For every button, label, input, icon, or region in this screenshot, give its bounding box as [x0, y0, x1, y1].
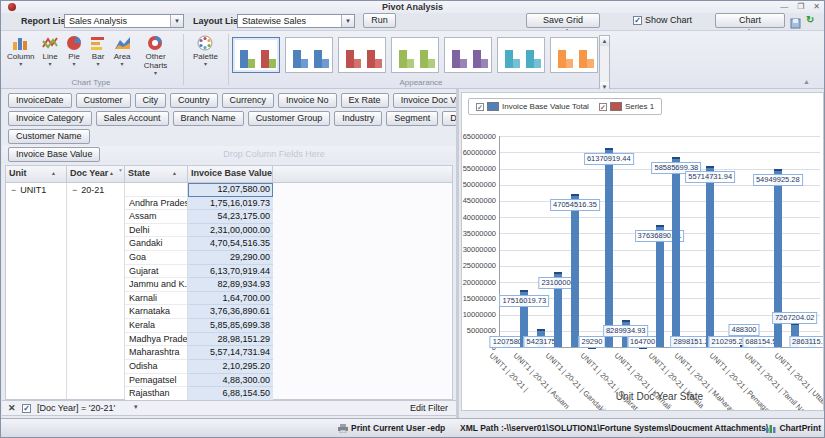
- value-cell[interactable]: 2,31,00,000.00: [188, 224, 273, 238]
- bar-chart-button[interactable]: Bar ▾: [88, 34, 109, 77]
- state-cell[interactable]: Andhra Pradesh: [125, 197, 188, 211]
- state-cell[interactable]: Odisha: [125, 360, 188, 374]
- state-cell[interactable]: [125, 183, 188, 197]
- value-cell[interactable]: 6,88,154.50: [188, 387, 273, 401]
- value-cell[interactable]: 4,70,54,516.35: [188, 237, 273, 251]
- field-button-currency[interactable]: Currency: [222, 93, 275, 108]
- doc-year-group-cell[interactable]: −20-21: [67, 183, 125, 399]
- value-cell[interactable]: 5,57,14,731.94: [188, 346, 273, 360]
- report-list-combo[interactable]: Sales Analysis ▾: [64, 14, 184, 28]
- save-grid-style-button[interactable]: Save Grid Style: [526, 13, 600, 28]
- state-cell[interactable]: Gandaki: [125, 237, 188, 251]
- appearance-style-purple[interactable]: [444, 37, 492, 73]
- column-drop-zone[interactable]: Invoice Base Value Drop Column Fields He…: [2, 146, 456, 163]
- field-button-customer-name[interactable]: Customer Name: [8, 129, 90, 144]
- value-cell[interactable]: 1,75,16,019.73: [188, 197, 273, 211]
- legend-checkbox[interactable]: ✓: [599, 103, 607, 111]
- field-button-invoice-category[interactable]: Invoice Category: [8, 111, 92, 126]
- field-button-industry[interactable]: Industry: [334, 111, 382, 126]
- field-button-branch-name[interactable]: Branch Name: [173, 111, 244, 126]
- chart-bar[interactable]: [605, 148, 613, 347]
- state-cell[interactable]: Madhya Prade...: [125, 333, 188, 347]
- field-button-invoice-no[interactable]: Invoice No: [278, 93, 337, 108]
- legend-checkbox[interactable]: ✓: [476, 103, 484, 111]
- column-header-state[interactable]: State▲: [125, 166, 188, 182]
- state-cell[interactable]: Rajasthan: [125, 387, 188, 401]
- appearance-style-teal[interactable]: [497, 37, 545, 73]
- refresh-icon[interactable]: ↻: [806, 14, 814, 25]
- value-cell[interactable]: 28,98,151.29: [188, 333, 273, 347]
- checkbox-check-icon[interactable]: ✓: [633, 16, 642, 25]
- state-cell[interactable]: Kerala: [125, 319, 188, 333]
- column-chart-button[interactable]: Column ▾: [5, 34, 37, 77]
- field-button-invoicedate[interactable]: InvoiceDate: [8, 93, 72, 108]
- pie-chart-button[interactable]: Pie ▾: [64, 34, 85, 77]
- appearance-style-blue[interactable]: [285, 37, 333, 73]
- line-chart-button[interactable]: Line ▾: [40, 34, 61, 77]
- state-cell[interactable]: Delhi: [125, 224, 188, 238]
- field-button-sales-account[interactable]: Sales Account: [96, 111, 169, 126]
- chart-designer-button[interactable]: Chart Designer: [715, 13, 785, 28]
- appearance-style-orange[interactable]: [550, 37, 598, 73]
- run-button[interactable]: Run: [363, 13, 396, 28]
- value-cell[interactable]: 54,23,175.00: [188, 210, 273, 224]
- field-button-invoice-base-value[interactable]: Invoice Base Value: [8, 147, 100, 162]
- edit-filter-link[interactable]: Edit Filter: [410, 403, 448, 413]
- palette-button[interactable]: Palette ▾: [191, 34, 220, 68]
- value-cell[interactable]: 12,07,580.00: [188, 183, 273, 197]
- collapse-icon[interactable]: −: [11, 185, 16, 195]
- unit-group-cell[interactable]: −UNIT1: [6, 183, 67, 399]
- column-header-value[interactable]: Invoice Base Value T...: [188, 166, 273, 182]
- column-header-doc-year[interactable]: Doc Year▲▼: [67, 166, 125, 182]
- field-button-country[interactable]: Country: [170, 93, 218, 108]
- state-cell[interactable]: Karnataka: [125, 305, 188, 319]
- scroll-up-icon[interactable]: ▲: [600, 36, 609, 46]
- value-cell[interactable]: 5,85,85,699.38: [188, 319, 273, 333]
- chevron-down-icon[interactable]: ▾: [170, 15, 183, 27]
- appearance-style-green[interactable]: [391, 37, 439, 73]
- chevron-down-icon[interactable]: ▾: [134, 403, 138, 411]
- value-cell[interactable]: 3,76,36,890.61: [188, 305, 273, 319]
- value-cell[interactable]: 29,290.00: [188, 251, 273, 265]
- state-cell[interactable]: Maharashtra: [125, 346, 188, 360]
- minimize-icon[interactable]: —: [780, 2, 788, 11]
- appearance-style-red[interactable]: [338, 37, 386, 73]
- y-tick-label: 15000000: [462, 294, 496, 303]
- appearance-style-multicolor[interactable]: [232, 37, 280, 73]
- state-cell[interactable]: Gujarat: [125, 265, 188, 279]
- filter-checkbox[interactable]: ✓: [22, 404, 31, 413]
- state-cell[interactable]: Karnali: [125, 292, 188, 306]
- collapse-icon[interactable]: −: [72, 185, 77, 195]
- maximize-icon[interactable]: ❐: [797, 2, 804, 11]
- value-cell[interactable]: 1,64,700.00: [188, 292, 273, 306]
- chevron-down-icon[interactable]: ▾: [341, 15, 354, 27]
- layout-list-combo[interactable]: Statewise Sales ▾: [237, 14, 355, 28]
- value-cell[interactable]: 6,13,70,919.44: [188, 265, 273, 279]
- chart-print-button[interactable]: ChartPrint: [766, 423, 821, 433]
- chart-bar[interactable]: [656, 225, 664, 347]
- state-cell[interactable]: Assam: [125, 210, 188, 224]
- show-chart-checkbox[interactable]: ✓ Show Chart: [633, 15, 692, 25]
- ribbon-collapse-icon[interactable]: ▲: [803, 78, 810, 85]
- state-cell[interactable]: Jammu and K...: [125, 278, 188, 292]
- chart-bar[interactable]: [571, 194, 579, 347]
- value-cell[interactable]: 4,88,300.00: [188, 374, 273, 388]
- column-header-unit[interactable]: Unit▲: [6, 166, 67, 182]
- close-icon[interactable]: ✕: [813, 2, 820, 11]
- state-cell[interactable]: Goa: [125, 251, 188, 265]
- print-button[interactable]: Print: [338, 423, 370, 433]
- field-button-segment[interactable]: Segment: [386, 111, 438, 126]
- field-button-city[interactable]: City: [135, 93, 167, 108]
- value-cell[interactable]: 82,89,934.93: [188, 278, 273, 292]
- field-button-ex-rate[interactable]: Ex Rate: [341, 93, 389, 108]
- field-button-customer-group[interactable]: Customer Group: [248, 111, 331, 126]
- chart-bar[interactable]: [706, 166, 714, 347]
- other-charts-button[interactable]: Other Charts ▾: [136, 34, 176, 77]
- value-cell[interactable]: 2,10,295.20: [188, 360, 273, 374]
- filter-expression[interactable]: [Doc Year] = '20-21': [37, 403, 115, 413]
- area-chart-button[interactable]: Area ▾: [112, 34, 133, 77]
- field-button-customer[interactable]: Customer: [76, 93, 131, 108]
- state-cell[interactable]: Pemagatsel: [125, 374, 188, 388]
- chart-bar[interactable]: [672, 157, 680, 347]
- filter-close-icon[interactable]: ✕: [8, 403, 16, 413]
